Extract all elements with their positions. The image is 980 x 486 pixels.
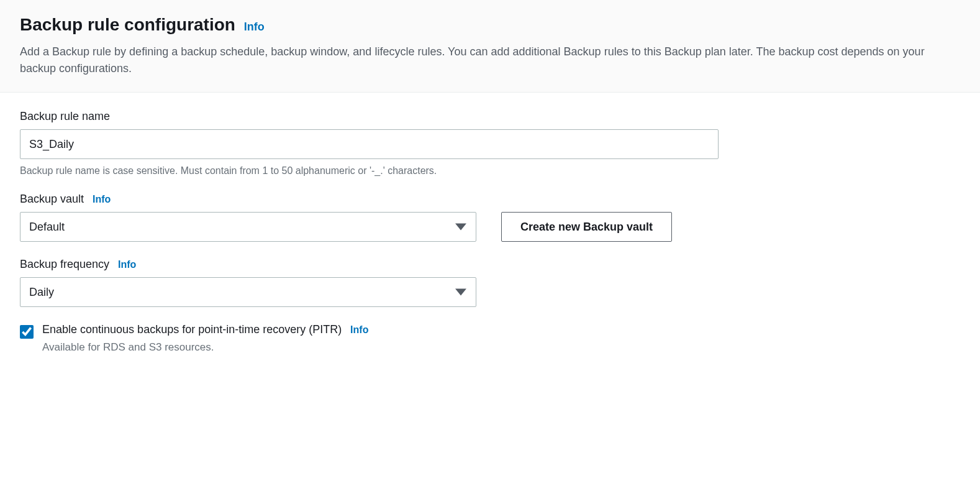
form-section: Backup rule name Backup rule name is cas…	[0, 93, 980, 387]
backup-vault-field: Backup vault Info Default Create new Bac…	[20, 193, 960, 242]
pitr-helper: Available for RDS and S3 resources.	[42, 341, 960, 354]
backup-vault-info-link[interactable]: Info	[93, 194, 111, 204]
rule-name-label: Backup rule name	[20, 110, 110, 122]
page-description: Add a Backup rule by defining a backup s…	[20, 44, 960, 77]
backup-vault-label: Backup vault	[20, 193, 84, 205]
backup-frequency-select[interactable]: Daily	[20, 277, 476, 307]
header-section: Backup rule configuration Info Add a Bac…	[0, 0, 980, 93]
create-new-backup-vault-button[interactable]: Create new Backup vault	[501, 212, 672, 242]
pitr-checkbox[interactable]	[20, 325, 34, 339]
backup-frequency-info-link[interactable]: Info	[118, 259, 136, 270]
backup-frequency-label: Backup frequency	[20, 258, 109, 270]
backup-frequency-field: Backup frequency Info Daily	[20, 258, 960, 307]
rule-name-field: Backup rule name Backup rule name is cas…	[20, 110, 960, 177]
header-info-link[interactable]: Info	[244, 21, 265, 33]
pitr-info-link[interactable]: Info	[350, 324, 368, 335]
pitr-label: Enable continuous backups for point-in-t…	[42, 323, 342, 336]
page-title: Backup rule configuration	[20, 15, 235, 34]
pitr-field: Enable continuous backups for point-in-t…	[20, 323, 960, 354]
backup-vault-select[interactable]: Default	[20, 212, 476, 242]
rule-name-helper: Backup rule name is case sensitive. Must…	[20, 165, 960, 177]
rule-name-input[interactable]	[20, 129, 719, 159]
